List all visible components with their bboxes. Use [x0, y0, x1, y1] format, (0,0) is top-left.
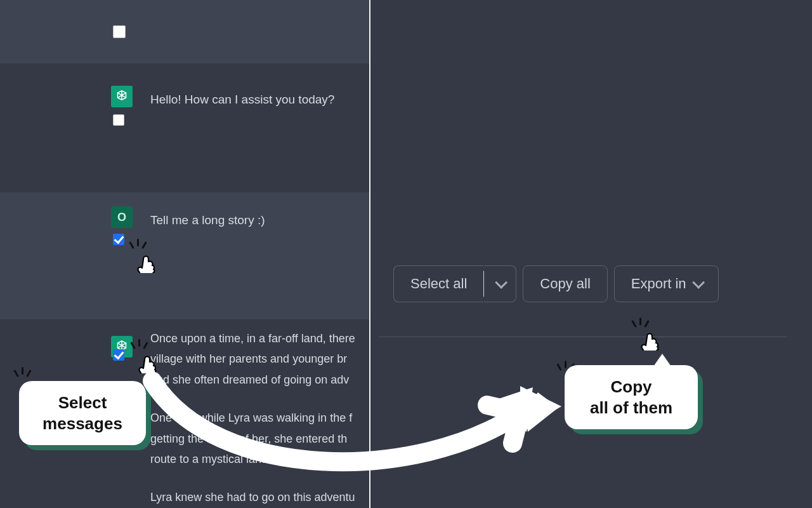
message-text: Tell me a long story :) — [150, 210, 363, 231]
message-text: Hello! How can I assist you today? — [150, 89, 363, 110]
message-select-checkbox[interactable] — [113, 114, 124, 126]
panel-divider — [369, 0, 370, 508]
annotation-bubble-select: Select messages — [19, 381, 146, 445]
annotation-text: all of them — [581, 398, 681, 418]
hand-click-icon — [638, 325, 664, 351]
user-avatar-letter: O — [117, 211, 126, 224]
copy-all-label: Copy all — [540, 276, 590, 292]
chevron-down-icon — [692, 276, 705, 289]
copy-all-button[interactable]: Copy all — [523, 265, 607, 302]
hand-click-icon — [134, 248, 160, 273]
hand-click-icon — [136, 348, 161, 373]
message-text: Once upon a time, in a far-off land, the… — [150, 328, 363, 508]
select-all-label: Select all — [410, 276, 467, 292]
select-all-button[interactable]: Select all — [393, 265, 483, 302]
message-paragraph: Lyra knew she had to go on this adventu — [150, 487, 363, 507]
message-select-checkbox[interactable] — [113, 349, 124, 361]
assistant-avatar — [111, 86, 133, 107]
message-block: O Tell me a long story :) — [0, 192, 369, 319]
export-in-label: Export in — [631, 276, 686, 292]
message-paragraph: One day, while Lyra was walking in the f… — [150, 408, 363, 469]
message-select-checkbox[interactable] — [113, 234, 124, 245]
message-block — [0, 0, 369, 64]
select-all-dropdown[interactable] — [484, 265, 516, 302]
annotation-text: Copy — [581, 377, 681, 398]
annotation-text: messages — [36, 413, 129, 434]
message-paragraph: Once upon a time, in a far-off land, the… — [150, 328, 363, 390]
actions-panel — [369, 0, 812, 508]
message-select-checkbox[interactable] — [113, 25, 126, 38]
user-avatar: O — [111, 206, 133, 228]
annotation-text: Select — [36, 392, 129, 413]
message-block: Hello! How can I assist you today? — [0, 65, 369, 192]
chevron-down-icon — [495, 276, 508, 289]
annotation-bubble-copy: Copy all of them — [565, 365, 698, 429]
select-all-split-button: Select all — [393, 265, 516, 302]
export-in-button[interactable]: Export in — [614, 265, 719, 302]
selection-toolbar: Select all Copy all Export in — [393, 265, 719, 302]
openai-knot-icon — [114, 88, 130, 105]
toolbar-divider — [379, 337, 787, 337]
